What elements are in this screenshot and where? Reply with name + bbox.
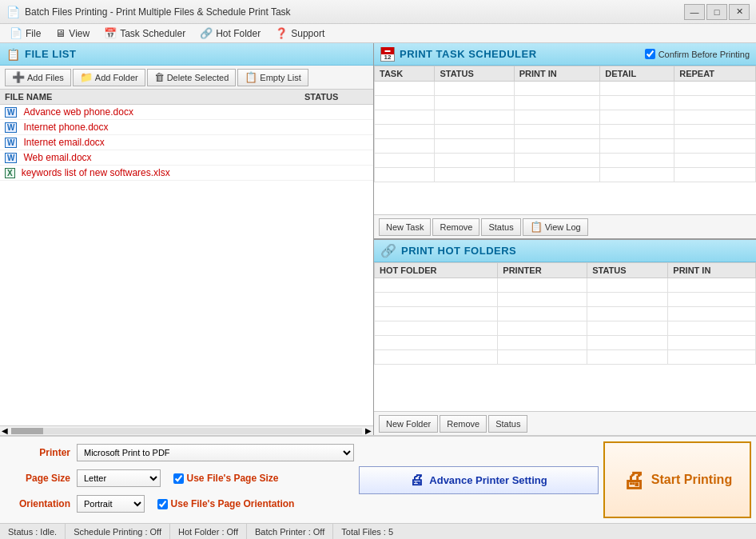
file-list-header-icon: 📋 [6,48,20,61]
file-list-content[interactable]: W Advance web phone.docx W Internet phon… [0,105,373,425]
confirm-before-printing-checkbox[interactable] [645,49,655,59]
task-col-repeat: REPEAT [674,66,756,82]
page-size-checkbox-label[interactable]: Use File's Page Size [173,473,279,484]
remove-folder-button[interactable]: Remove [440,415,487,433]
start-print-icon: 🖨 [623,467,645,493]
file-list-title: FILE LIST [25,48,76,60]
scheduler-header: ▬ 12 PRINT TASK SCHEDULER Confirm Before… [374,43,756,66]
task-col-detail: DETAIL [600,66,674,82]
menu-bar: 📄 File 🖥 View 📅 Task Scheduler 🔗 Hot Fol… [0,24,756,43]
table-row [375,278,756,293]
file-name: Internet email.docx [23,137,304,148]
printer-row: Printer Microsoft Print to PDF [5,441,354,464]
task-col-print-in: PRINT IN [514,66,600,82]
file-name: Advance web phone.docx [23,106,304,118]
delete-selected-button[interactable]: 🗑 Delete Selected [147,69,237,86]
settings-left: Printer Microsoft Print to PDF Page Size… [5,441,354,518]
menu-file[interactable]: 📄 File [3,24,47,42]
word-file-icon: W [5,138,17,148]
add-files-icon: ➕ [12,71,25,83]
menu-task-scheduler[interactable]: 📅 Task Scheduler [97,24,192,42]
scrollbar-thumb[interactable] [11,428,43,434]
advance-printer-setting-button[interactable]: 🖨 Advance Printer Setting [359,466,599,494]
hot-folder-icon: 🔗 [380,243,396,258]
settings-middle: 🖨 Advance Printer Setting [359,441,599,518]
list-item[interactable]: W Internet email.docx [0,135,373,150]
file-name: keywords list of new softwares.xlsx [22,167,304,178]
table-row [375,110,756,125]
remove-task-button[interactable]: Remove [432,218,479,236]
minimize-button[interactable]: — [684,4,705,20]
start-printing-button[interactable]: 🖨 Start Printing [605,461,750,500]
list-item[interactable]: X keywords list of new softwares.xlsx [0,166,373,181]
word-file-icon: W [5,153,17,163]
hot-folders-title: PRINT HOT FOLDERS [401,245,516,257]
window-controls: — □ ✕ [684,4,750,20]
view-log-icon: 📋 [530,221,543,233]
app-title: Batch Files Printing - Print Multiple Fi… [25,6,291,18]
total-files-status: Total Files : 5 [333,524,401,539]
hot-folder-toolbar: New Folder Remove Status [374,411,756,435]
new-task-button[interactable]: New Task [379,218,431,236]
orientation-checkbox-label[interactable]: Use File's Page Orientation [157,498,295,509]
scroll-left-icon[interactable]: ◀ [0,426,10,435]
list-item[interactable]: W Internet phone.docx [0,120,373,135]
empty-list-button[interactable]: 📋 Empty List [237,69,308,86]
add-files-button[interactable]: ➕ Add Files [5,69,71,86]
empty-list-icon: 📋 [245,71,257,83]
excel-file-icon: X [5,168,15,178]
table-row [375,168,756,182]
menu-hot-folder[interactable]: 🔗 Hot Folder [193,24,267,42]
menu-view[interactable]: 🖥 View [49,24,96,42]
maximize-button[interactable]: □ [706,4,727,20]
app-icon: 📄 [6,6,20,18]
file-list-columns: FILE NAME STATUS [0,90,373,105]
table-row [375,125,756,139]
table-row [375,139,756,154]
settings-panel: Printer Microsoft Print to PDF Page Size… [0,435,756,523]
scroll-right-icon[interactable]: ▶ [364,426,373,435]
page-size-select[interactable]: Letter [77,469,161,487]
status-task-button[interactable]: Status [481,218,520,236]
file-menu-icon: 📄 [10,27,22,39]
list-item[interactable]: W Web email.docx [0,150,373,166]
view-log-button[interactable]: 📋 View Log [523,218,588,236]
word-file-icon: W [5,107,17,118]
add-folder-icon: 📁 [80,71,93,83]
schedule-status: Schedule Printing : Off [66,524,170,539]
page-size-checkbox[interactable] [173,473,184,484]
scheduler-title: PRINT TASK SCHEDULER [400,48,537,60]
horizontal-scrollbar[interactable]: ◀ ▶ [0,425,373,435]
list-item[interactable]: W Advance web phone.docx [0,105,373,120]
task-col-task: TASK [375,66,435,82]
new-folder-button[interactable]: New Folder [379,415,438,433]
orientation-select[interactable]: Portrait [77,495,145,513]
hot-folder-table: HOT FOLDER PRINTER STATUS PRINT IN [374,262,756,365]
printer-label: Printer [5,447,77,458]
close-button[interactable]: ✕ [729,4,750,20]
support-menu-icon: ❓ [275,27,288,39]
table-row [375,321,756,336]
scrollbar-track[interactable] [11,428,362,434]
status-folder-button[interactable]: Status [488,415,527,433]
hf-col-printer: PRINTER [498,263,587,278]
printer-select[interactable]: Microsoft Print to PDF [77,444,354,461]
batch-printer-status: Batch Printer : Off [247,524,333,539]
delete-selected-icon: 🗑 [154,71,165,83]
menu-support[interactable]: ❓ Support [269,24,331,42]
hot-folder-status: Hot Folder : Off [170,524,247,539]
status-idle: Status : Idle. [0,524,66,539]
confirm-checkbox-label[interactable]: Confirm Before Printing [645,49,750,59]
scheduler-header-left: ▬ 12 PRINT TASK SCHEDULER [380,47,537,62]
add-folder-button[interactable]: 📁 Add Folder [73,69,145,86]
hot-folder-table-content: HOT FOLDER PRINTER STATUS PRINT IN [374,262,756,411]
file-name: Web email.docx [23,152,304,163]
orientation-checkbox[interactable] [157,499,168,509]
scheduler-toolbar: New Task Remove Status 📋 View Log [374,214,756,238]
right-panel: ▬ 12 PRINT TASK SCHEDULER Confirm Before… [374,43,756,435]
file-list-toolbar: ➕ Add Files 📁 Add Folder 🗑 Delete Select… [0,66,373,90]
task-table: TASK STATUS PRINT IN DETAIL REPEAT [374,66,756,182]
orientation-row: Orientation Portrait Use File's Page Ori… [5,493,354,515]
hot-folder-menu-icon: 🔗 [200,27,213,39]
table-row [375,154,756,168]
